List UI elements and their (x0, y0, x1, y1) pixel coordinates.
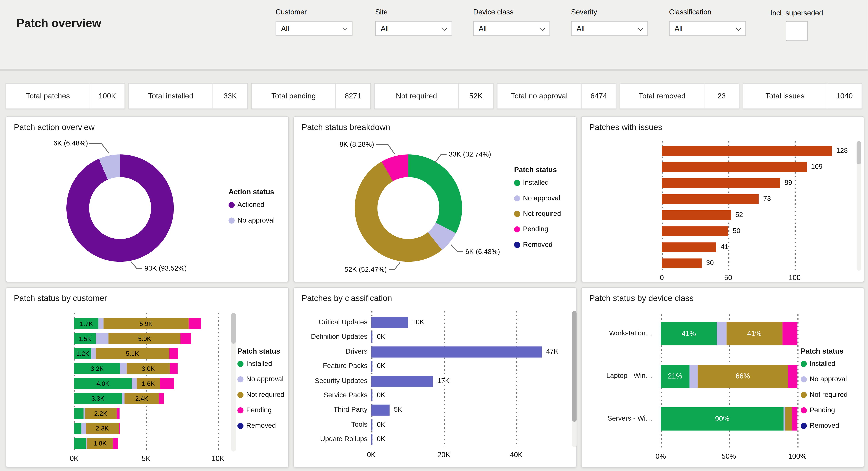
bar-value-label: 52 (735, 211, 743, 219)
gridline (795, 141, 796, 271)
kpi-card-total-pending: Total pending8271 (251, 83, 371, 109)
bar-value-label: 47K (546, 347, 558, 355)
bar-segment-no-approval[interactable] (84, 408, 85, 419)
filter-customer-select[interactable]: All (276, 21, 352, 36)
bar-value-0[interactable] (662, 146, 832, 156)
legend-label: Pending (246, 406, 272, 414)
bar-segment-label: 5.9K (103, 318, 188, 329)
bar-segment-no-approval[interactable] (92, 348, 96, 359)
kpi-label: Total patches (6, 84, 90, 108)
legend-item-pending[interactable]: Pending (514, 225, 548, 233)
bar-segment-no-approval[interactable] (689, 365, 698, 388)
bar-segment-pending[interactable] (792, 407, 798, 431)
bar-segment-label: 3.3K (74, 393, 122, 404)
bar-value-label: 50 (733, 227, 740, 234)
bar-drivers[interactable] (371, 346, 542, 357)
bar-value-label: 89 (784, 179, 792, 186)
bar-segment-no-approval[interactable] (132, 378, 136, 389)
bar-segment-no-approval[interactable] (82, 423, 86, 434)
bar-segment-no-approval[interactable] (120, 363, 127, 374)
legend-item-not-required[interactable]: Not required (514, 210, 561, 217)
legend-item-no-approval[interactable]: No approval (237, 375, 284, 383)
legend-item-no-approval[interactable]: No approval (228, 216, 275, 224)
bar-segment-installed[interactable] (74, 423, 81, 434)
bar-segment-pending[interactable] (160, 378, 174, 389)
legend-item-no-approval[interactable]: No approval (801, 375, 847, 383)
bar-segment-installed[interactable] (74, 438, 86, 449)
legend-item-pending[interactable]: Pending (801, 406, 835, 414)
bar-definition-updates[interactable] (371, 332, 373, 343)
filter-classification-select[interactable]: All (669, 21, 746, 36)
legend-dot-icon (801, 391, 807, 398)
bar-segment-pending[interactable] (181, 333, 191, 344)
bar-segment-installed[interactable] (74, 408, 84, 419)
incl-superseded-checkbox[interactable] (785, 21, 808, 41)
legend-label: Removed (809, 422, 839, 430)
bar-segment-pending[interactable] (189, 318, 201, 329)
bar-segment-no-approval[interactable] (784, 407, 785, 431)
bar-service-packs[interactable] (371, 390, 373, 401)
legend-label: No approval (246, 375, 284, 383)
filter-device-class-select[interactable]: All (473, 21, 550, 36)
legend-item-no-approval[interactable]: No approval (514, 194, 560, 202)
legend-item-removed[interactable]: Removed (237, 422, 276, 430)
bar-value-6[interactable] (662, 242, 716, 252)
bar-segment-no-approval[interactable] (717, 322, 726, 345)
bar-segment-label: 41% (661, 322, 717, 345)
bar-segment-pending[interactable] (117, 408, 120, 419)
filter-severity-label: Severity (571, 8, 648, 16)
chevron-down-icon (540, 25, 546, 30)
legend-item-removed[interactable]: Removed (514, 241, 553, 248)
scrollbar-thumb[interactable] (857, 141, 861, 164)
bar-segment-pending[interactable] (119, 423, 120, 434)
legend-item-actioned[interactable]: Actioned (228, 201, 264, 209)
bar-segment-label: 3.0K (127, 363, 170, 374)
bar-value-1[interactable] (662, 162, 807, 172)
bar-value-label: 5K (394, 406, 402, 413)
bar-third-party[interactable] (371, 405, 390, 416)
legend-dot-icon (514, 195, 520, 201)
slice-callout-label: 52K (52.47%) (329, 265, 387, 273)
legend-item-not-required[interactable]: Not required (237, 391, 284, 399)
bar-security-updates[interactable] (371, 376, 433, 386)
bar-feature-packs[interactable] (371, 361, 373, 372)
category-label: Update Rollups (297, 435, 367, 443)
bar-segment-pending[interactable] (788, 365, 797, 388)
legend-item-installed[interactable]: Installed (514, 179, 549, 186)
card-patches-by-classification: Patches by classification 10K0K47K0K17K0… (293, 287, 577, 468)
legend-dot-icon (237, 376, 244, 382)
bar-segment-not-required[interactable] (785, 407, 792, 431)
bar-value-7[interactable] (662, 258, 702, 269)
bar-segment-no-approval[interactable] (122, 393, 125, 404)
bar-segment-label: 4.0K (74, 378, 132, 389)
legend-item-installed[interactable]: Installed (237, 360, 272, 368)
scrollbar-thumb[interactable] (572, 311, 577, 422)
bar-segment-pending[interactable] (113, 438, 118, 449)
filter-severity-select[interactable]: All (571, 21, 648, 36)
bar-value-5[interactable] (662, 226, 728, 236)
bar-value-4[interactable] (662, 210, 731, 220)
legend-item-pending[interactable]: Pending (237, 406, 272, 414)
bar-value-3[interactable] (662, 194, 759, 204)
legend-item-removed[interactable]: Removed (801, 422, 839, 430)
kpi-card-total-no-approval: Total no approval6474 (497, 83, 616, 109)
bar-update-rollups[interactable] (371, 434, 373, 445)
x-axis-tick-label: 0K (355, 450, 388, 459)
bar-critical-updates[interactable] (371, 317, 407, 328)
bar-tools[interactable] (371, 419, 373, 431)
filter-site-select[interactable]: All (375, 21, 452, 36)
bar-segment-pending[interactable] (170, 363, 178, 374)
legend-item-not-required[interactable]: Not required (801, 391, 848, 399)
bar-segment-pending[interactable] (169, 348, 179, 359)
bar-segment-pending[interactable] (159, 393, 164, 404)
legend-item-installed[interactable]: Installed (801, 360, 835, 368)
bar-value-2[interactable] (662, 178, 780, 188)
filter-device-class-label: Device class (473, 8, 550, 16)
scrollbar-thumb[interactable] (231, 313, 236, 344)
bar-value-label: 41 (721, 243, 728, 251)
bar-segment-no-approval[interactable] (99, 318, 103, 329)
bar-segment-no-approval[interactable] (96, 333, 108, 344)
bar-segment-no-approval[interactable] (86, 438, 87, 449)
kpi-value: 100K (90, 84, 125, 108)
bar-segment-pending[interactable] (782, 322, 798, 345)
